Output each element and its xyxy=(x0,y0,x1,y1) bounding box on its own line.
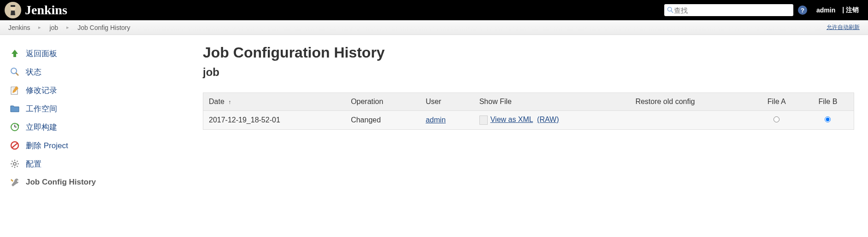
sidebar-item-label: 配置 xyxy=(26,159,41,169)
view-xml-link[interactable]: View as XML xyxy=(490,116,533,123)
svg-line-5 xyxy=(16,73,19,76)
search-icon xyxy=(667,6,674,14)
user-link[interactable]: admin xyxy=(425,116,446,124)
svg-point-2 xyxy=(667,7,671,11)
sidebar-item-changes[interactable]: 修改记录 xyxy=(7,81,203,99)
search-icon xyxy=(9,66,20,77)
breadcrumb-separator: ▸ xyxy=(66,24,69,30)
breadcrumb-jenkins[interactable]: Jenkins xyxy=(8,24,30,31)
top-header: Jenkins ? admin | 注销 xyxy=(0,0,868,20)
search-input[interactable] xyxy=(674,6,791,14)
folder-icon xyxy=(9,103,20,114)
content-area: Job Configuration History job Date ↑ Ope… xyxy=(203,35,868,191)
file-a-radio[interactable] xyxy=(774,116,779,122)
sidebar-item-job-config-history[interactable]: Job Config History xyxy=(7,173,203,191)
table-row: 2017-12-19_18-52-01 Changed admin View a… xyxy=(203,111,854,130)
svg-point-15 xyxy=(13,162,16,165)
sidebar-item-label: Job Config History xyxy=(26,178,96,187)
sidebar-item-label: 状态 xyxy=(26,67,41,77)
column-file-b[interactable]: File B xyxy=(802,93,854,111)
cell-operation: Changed xyxy=(345,111,420,130)
sidebar-item-label: 修改记录 xyxy=(26,85,57,96)
cell-restore xyxy=(630,111,751,130)
file-icon xyxy=(479,116,488,125)
sidebar-item-workspace[interactable]: 工作空间 xyxy=(7,99,203,118)
gear-icon xyxy=(9,158,20,169)
svg-rect-1 xyxy=(11,5,15,7)
help-icon[interactable]: ? xyxy=(798,6,807,15)
column-file-a[interactable]: File A xyxy=(751,93,802,111)
wrench-icon xyxy=(9,177,20,188)
user-link[interactable]: admin xyxy=(816,6,835,14)
cell-show-file: View as XML (RAW) xyxy=(474,111,630,130)
sidebar-item-build-now[interactable]: 立即构建 xyxy=(7,118,203,136)
clock-icon xyxy=(9,121,20,133)
notepad-icon xyxy=(9,85,20,96)
svg-point-4 xyxy=(11,68,17,74)
sidebar-item-status[interactable]: 状态 xyxy=(7,63,203,81)
column-restore[interactable]: Restore old config xyxy=(630,93,751,111)
jenkins-title: Jenkins xyxy=(25,3,67,17)
breadcrumb-separator: ▸ xyxy=(38,24,41,30)
sort-arrow-icon: ↑ xyxy=(228,99,231,105)
breadcrumb-bar: Jenkins ▸ job ▸ Job Config History 允许自动刷… xyxy=(0,20,868,35)
history-table: Date ↑ Operation User Show File Restore … xyxy=(203,92,854,130)
breadcrumb-job[interactable]: job xyxy=(49,24,58,31)
column-date[interactable]: Date ↑ xyxy=(203,93,346,111)
sidebar-item-label: 删除 Project xyxy=(26,140,68,151)
page-title: Job Configuration History xyxy=(203,44,854,61)
sidebar-item-label: 返回面板 xyxy=(26,48,57,59)
sidebar-item-label: 工作空间 xyxy=(26,104,57,114)
sidebar-item-delete[interactable]: 删除 Project xyxy=(7,136,203,155)
main-area: 返回面板 状态 修改记录 工作空间 立即构建 删除 Project 配置 Jo xyxy=(0,35,868,191)
jenkins-logo-icon xyxy=(5,2,21,18)
cell-file-a xyxy=(751,111,802,130)
logo-area[interactable]: Jenkins xyxy=(5,2,67,18)
cell-file-b xyxy=(802,111,854,130)
sidebar: 返回面板 状态 修改记录 工作空间 立即构建 删除 Project 配置 Jo xyxy=(0,35,203,191)
column-show-file[interactable]: Show File xyxy=(474,93,630,111)
cell-user: admin xyxy=(420,111,473,130)
file-b-radio[interactable] xyxy=(825,116,831,122)
logout-link[interactable]: | 注销 xyxy=(842,6,859,14)
raw-link[interactable]: (RAW) xyxy=(537,116,559,123)
forbidden-icon xyxy=(9,140,20,151)
table-header-row: Date ↑ Operation User Show File Restore … xyxy=(203,93,854,111)
breadcrumb-job-config-history[interactable]: Job Config History xyxy=(77,24,130,31)
up-arrow-icon xyxy=(9,48,20,59)
auto-refresh-link[interactable]: 允许自动刷新 xyxy=(827,23,860,31)
svg-line-3 xyxy=(671,11,673,12)
cell-date: 2017-12-19_18-52-01 xyxy=(203,111,346,130)
sidebar-item-dashboard[interactable]: 返回面板 xyxy=(7,44,203,63)
column-operation[interactable]: Operation xyxy=(345,93,420,111)
column-user[interactable]: User xyxy=(420,93,473,111)
search-box[interactable] xyxy=(664,4,793,16)
sidebar-item-configure[interactable]: 配置 xyxy=(7,155,203,173)
page-subtitle: job xyxy=(203,66,854,79)
sidebar-item-label: 立即构建 xyxy=(26,122,57,133)
